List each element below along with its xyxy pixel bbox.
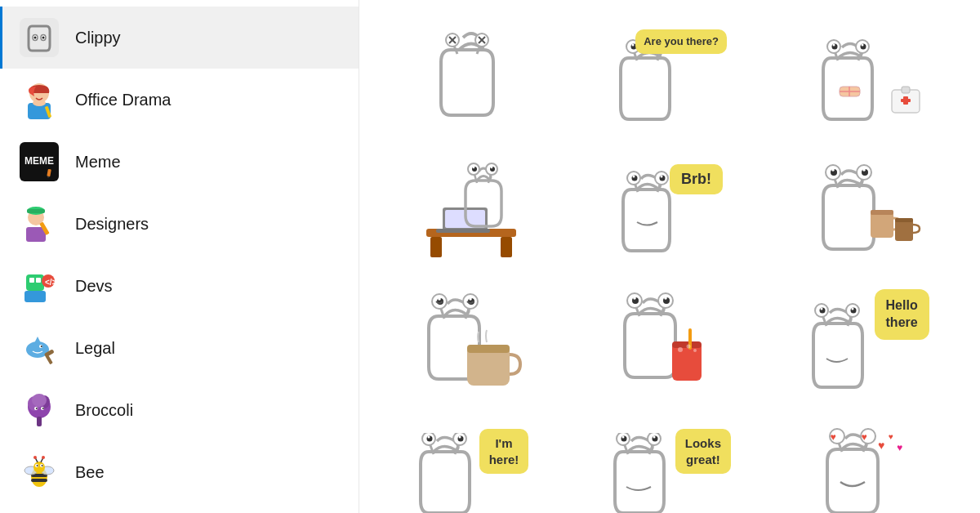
svg-point-161 [621, 436, 624, 439]
svg-rect-8 [47, 169, 51, 177]
svg-point-34 [36, 408, 38, 409]
svg-point-101 [632, 176, 635, 178]
svg-text:♥: ♥ [830, 431, 835, 443]
svg-text:♥: ♥ [897, 442, 902, 453]
svg-text:♥: ♥ [878, 439, 884, 452]
sticker-cell[interactable]: Are you there? [571, 13, 769, 144]
sticker-cell[interactable] [768, 144, 967, 276]
svg-text:♥: ♥ [889, 432, 893, 441]
sidebar-item-label-broccoli: Broccoli [75, 401, 133, 420]
svg-point-94 [491, 167, 493, 169]
sidebar-item-broccoli[interactable]: Broccoli [0, 379, 359, 441]
devs-icon: </> [20, 266, 59, 306]
svg-point-47 [33, 456, 37, 459]
legal-icon [20, 328, 59, 368]
svg-point-41 [33, 462, 45, 473]
brb-bubble: Brb! [670, 164, 723, 194]
svg-point-145 [820, 308, 822, 310]
svg-point-93 [473, 167, 475, 169]
svg-point-132 [664, 297, 667, 300]
svg-rect-114 [895, 218, 913, 222]
sidebar-item-office-drama[interactable]: Office Drama [0, 69, 359, 131]
svg-rect-124 [467, 345, 510, 353]
svg-rect-31 [37, 417, 42, 426]
sidebar-item-label-designers: Designers [75, 215, 149, 234]
svg-point-162 [653, 436, 655, 439]
sidebar-item-label-meme: Meme [75, 153, 121, 172]
looks-great-bubble: Looks great! [675, 429, 731, 474]
sidebar-item-label-office-drama: Office Drama [75, 91, 171, 109]
sidebar-item-devs[interactable]: </> Devs [0, 255, 359, 317]
svg-point-45 [42, 465, 43, 466]
svg-point-2 [34, 37, 37, 39]
sidebar-item-label-legal: Legal [75, 339, 115, 358]
office-drama-icon [20, 80, 59, 119]
svg-point-138 [693, 349, 697, 352]
broccoli-icon [20, 390, 59, 430]
sidebar-item-legal[interactable]: Legal [0, 317, 359, 379]
sticker-cell[interactable]: Brb! [571, 144, 769, 276]
svg-rect-17 [36, 278, 41, 283]
svg-point-154 [459, 436, 461, 439]
sticker-cell[interactable] [372, 144, 571, 276]
sticker-cell[interactable] [768, 13, 967, 144]
clippy-icon [20, 18, 59, 57]
svg-rect-18 [24, 291, 46, 302]
svg-rect-86 [436, 229, 490, 233]
svg-rect-26 [45, 355, 52, 364]
designers-icon [20, 204, 59, 243]
sticker-cell[interactable]: ♥ ♥ ♥ ♥ ♥ [768, 408, 967, 513]
svg-point-131 [633, 297, 636, 300]
svg-point-73 [861, 44, 863, 47]
sidebar-item-label-clippy: Clippy [75, 29, 121, 47]
svg-point-109 [831, 168, 835, 172]
svg-point-64 [631, 44, 634, 47]
are-you-there-bubble: Are you there? [635, 29, 727, 54]
sidebar-item-clippy[interactable]: Clippy [0, 7, 359, 69]
sticker-grid: Are you there? [372, 13, 967, 513]
svg-point-30 [32, 394, 47, 407]
svg-point-102 [660, 176, 662, 178]
svg-point-6 [33, 100, 46, 106]
sticker-cell[interactable]: Looks great! [571, 408, 769, 513]
svg-point-44 [37, 465, 38, 466]
svg-rect-38 [31, 479, 47, 482]
sticker-cell[interactable] [372, 13, 571, 144]
sticker-panel: Are you there? [359, 0, 980, 513]
svg-point-35 [42, 408, 44, 409]
svg-point-146 [851, 308, 853, 310]
svg-point-49 [42, 456, 45, 459]
svg-point-121 [439, 297, 442, 301]
sticker-cell[interactable]: Hello there [768, 276, 967, 408]
svg-rect-14 [27, 209, 45, 213]
sticker-cell[interactable] [571, 276, 769, 408]
svg-rect-16 [29, 278, 34, 283]
sidebar-item-label-devs: Devs [75, 277, 113, 296]
bee-icon [20, 453, 59, 492]
svg-point-153 [428, 436, 430, 439]
sidebar-item-meme[interactable]: MEME Meme [0, 131, 359, 193]
meme-icon: MEME [20, 142, 59, 181]
svg-point-24 [41, 346, 42, 347]
svg-point-136 [678, 347, 683, 352]
svg-point-72 [832, 44, 835, 47]
svg-point-122 [470, 297, 473, 301]
sticker-cell[interactable]: I'm here! [372, 408, 571, 513]
svg-rect-83 [501, 237, 512, 257]
sidebar-item-bee[interactable]: Bee [0, 441, 359, 503]
svg-text:♥: ♥ [861, 431, 866, 443]
svg-rect-78 [902, 87, 910, 93]
svg-rect-82 [430, 237, 442, 257]
sidebar-item-label-bee: Bee [75, 463, 105, 482]
svg-rect-15 [26, 274, 44, 291]
svg-point-3 [42, 37, 45, 39]
sidebar: Clippy Office Drama MEME [0, 0, 359, 513]
sticker-cell[interactable] [372, 276, 571, 408]
sidebar-item-designers[interactable]: Designers [0, 193, 359, 255]
svg-rect-112 [871, 210, 893, 215]
hello-there-bubble: Hello there [875, 289, 929, 340]
svg-text:</>: </> [45, 278, 57, 287]
im-here-bubble: I'm here! [479, 429, 529, 474]
svg-point-110 [862, 168, 866, 172]
svg-rect-80 [901, 99, 911, 102]
